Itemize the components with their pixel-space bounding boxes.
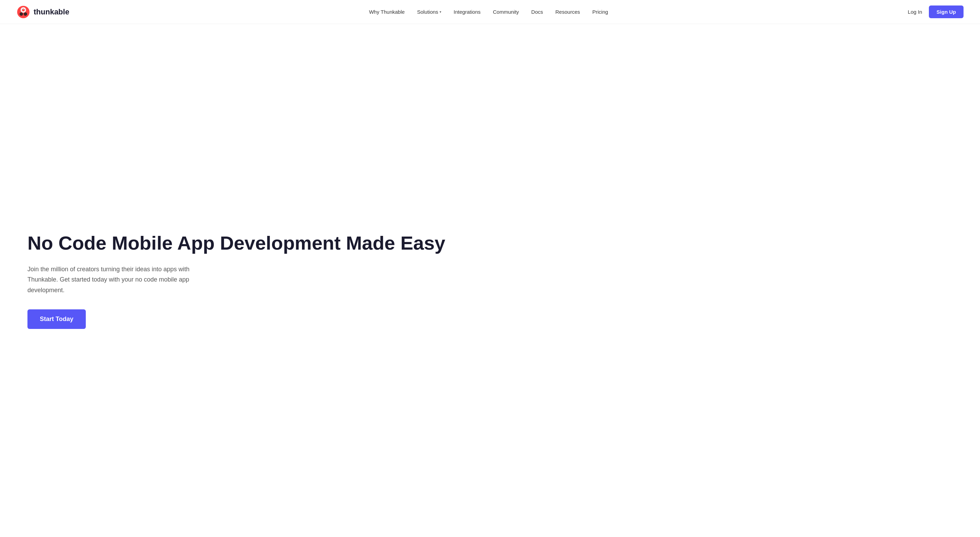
- nav-item-why-thunkable[interactable]: Why Thunkable: [369, 9, 404, 15]
- start-today-button[interactable]: Start Today: [27, 309, 86, 329]
- navbar-actions: Log In Sign Up: [908, 5, 964, 18]
- hero-section: No Code Mobile App Development Made Easy…: [0, 24, 980, 537]
- nav-item-integrations[interactable]: Integrations: [453, 9, 480, 15]
- nav-links: Why Thunkable Solutions ▾ Integrations C…: [369, 9, 608, 15]
- signup-button[interactable]: Sign Up: [929, 5, 964, 18]
- brand-name: thunkable: [33, 8, 69, 16]
- nav-item-community[interactable]: Community: [493, 9, 519, 15]
- nav-item-docs[interactable]: Docs: [531, 9, 543, 15]
- svg-point-2: [19, 12, 23, 16]
- svg-point-3: [24, 12, 27, 16]
- logo-link[interactable]: thunkable: [16, 5, 69, 19]
- hero-title: No Code Mobile App Development Made Easy: [27, 232, 474, 254]
- svg-point-7: [22, 9, 23, 10]
- nav-item-pricing[interactable]: Pricing: [592, 9, 608, 15]
- login-button[interactable]: Log In: [908, 9, 922, 15]
- thunkable-logo-icon: [16, 5, 30, 19]
- navbar: thunkable Why Thunkable Solutions ▾ Inte…: [0, 0, 980, 24]
- svg-point-8: [24, 9, 25, 10]
- solutions-chevron-icon: ▾: [439, 10, 441, 14]
- hero-subtitle: Join the million of creators turning the…: [27, 264, 192, 296]
- nav-item-solutions[interactable]: Solutions ▾: [417, 9, 441, 15]
- nav-item-resources[interactable]: Resources: [555, 9, 580, 15]
- hero-content: No Code Mobile App Development Made Easy…: [0, 205, 490, 356]
